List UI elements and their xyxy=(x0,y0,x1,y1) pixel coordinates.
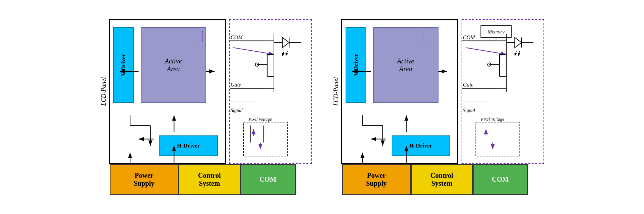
v-driver-label-2: V-Driver xyxy=(352,54,359,76)
control-system-box-2: Control System xyxy=(411,164,473,195)
power-supply-box-1: Power Supply xyxy=(110,164,179,195)
h-driver-box-1: H-Driver xyxy=(159,135,218,156)
active-area-box-1: ActiveArea xyxy=(141,27,206,103)
small-dashed-box-2 xyxy=(423,31,435,41)
svg-line-25 xyxy=(282,51,284,56)
diagram-2: LCD-Panel xyxy=(332,19,544,195)
control-system-label-2: Control System xyxy=(430,172,453,187)
svg-text:Memory: Memory xyxy=(487,29,505,34)
svg-text:Gate: Gate xyxy=(230,82,241,88)
com-box-1: COM xyxy=(241,164,296,195)
svg-rect-72 xyxy=(476,122,520,156)
lcd-panel-box-1: V-Driver ActiveArea H-Driver xyxy=(109,19,226,164)
main-container: LCD-Panel xyxy=(86,12,558,202)
svg-line-67 xyxy=(515,51,516,56)
lcd-panel-wrapper-2: LCD-Panel xyxy=(332,19,458,164)
active-area-box-2: ActiveArea xyxy=(373,27,439,103)
com-label-1: COM xyxy=(260,175,276,183)
panel-top-row-2: V-Driver ActiveArea xyxy=(346,27,450,103)
svg-line-26 xyxy=(286,51,287,56)
lcd-panel-wrapper-1: LCD-Panel xyxy=(100,19,226,164)
lcd-panel-box-2: V-Driver ActiveArea H-Driver xyxy=(341,19,458,164)
h-driver-label-2: H-Driver xyxy=(409,142,432,149)
svg-text:Pixel Voltage: Pixel Voltage xyxy=(481,116,504,121)
svg-text:Signal: Signal xyxy=(230,108,242,113)
power-supply-label-2: Power Supply xyxy=(366,172,387,187)
active-area-text-2: ActiveArea xyxy=(397,57,414,73)
h-driver-box-2: H-Driver xyxy=(392,135,450,156)
circuit-svg-2: Memory xyxy=(462,20,543,163)
power-supply-box-2: Power Supply xyxy=(342,164,411,195)
v-driver-box-2: V-Driver xyxy=(346,27,366,103)
v-driver-box-1: V-Driver xyxy=(113,27,134,103)
svg-text:COM: COM xyxy=(230,34,243,40)
diagram-1-top: LCD-Panel xyxy=(100,19,312,164)
diagram-1: LCD-Panel xyxy=(100,19,312,195)
svg-marker-63 xyxy=(515,37,521,47)
h-driver-label-1: H-Driver xyxy=(177,142,200,149)
svg-line-10 xyxy=(233,48,274,54)
small-dashed-box-1 xyxy=(191,31,203,41)
svg-text:Signal: Signal xyxy=(463,108,475,113)
power-supply-label-1: Power Supply xyxy=(134,172,154,187)
circuit-svg-1: COM Gate Signal Pixel Voltage xyxy=(230,20,311,163)
svg-text:COM: COM xyxy=(463,34,475,40)
svg-marker-21 xyxy=(282,37,289,47)
active-area-text-1: ActiveArea xyxy=(165,57,182,73)
com-label-2: COM xyxy=(492,175,509,183)
svg-text:Gate: Gate xyxy=(463,82,473,88)
svg-text:Pixel Voltage: Pixel Voltage xyxy=(248,116,272,121)
panel-bottom-row-2: H-Driver xyxy=(346,135,450,156)
bottom-row-1: Power Supply Control System COM xyxy=(110,164,296,195)
control-system-label-1: Control System xyxy=(198,172,221,187)
circuit-area-1: COM Gate Signal Pixel Voltage xyxy=(229,19,312,164)
circuit-area-2: Memory xyxy=(462,19,544,164)
v-driver-label-1: V-Driver xyxy=(120,54,127,76)
panel-bottom-row-1: H-Driver xyxy=(113,135,218,156)
lcd-panel-label-1: LCD-Panel xyxy=(100,77,107,106)
panel-top-row-1: V-Driver ActiveArea xyxy=(113,27,218,103)
diagram-2-top: LCD-Panel xyxy=(332,19,544,164)
com-box-2: COM xyxy=(473,164,528,195)
lcd-panel-label-2: LCD-Panel xyxy=(332,77,340,106)
svg-line-68 xyxy=(518,51,520,56)
control-system-box-1: Control System xyxy=(179,164,241,195)
bottom-row-2: Power Supply Control System COM xyxy=(342,164,528,195)
svg-line-52 xyxy=(465,48,506,54)
